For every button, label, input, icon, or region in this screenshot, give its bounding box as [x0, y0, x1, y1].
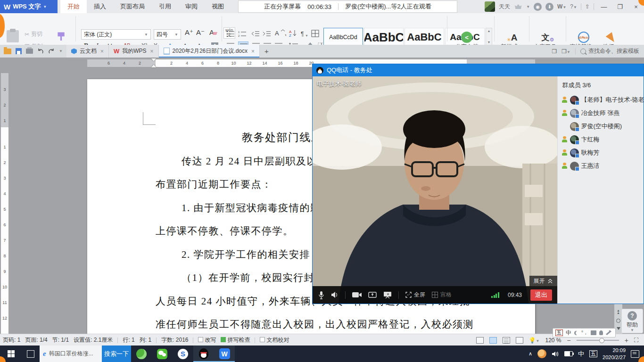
proofread-toggle[interactable]: 文档校对: [260, 336, 289, 344]
fullscreen-view-icon[interactable]: [476, 337, 484, 344]
ime-cn-icon[interactable]: 中: [566, 329, 571, 337]
shrink-font-button[interactable]: A⁻: [196, 28, 205, 37]
decrease-indent-icon[interactable]: [251, 30, 260, 37]
overwrite-toggle[interactable]: 改写: [198, 336, 216, 344]
paste-icon[interactable]: [7, 30, 19, 42]
tab-my-wps[interactable]: W 我的WPS ×: [109, 45, 159, 58]
membership-crown-icon[interactable]: [514, 3, 522, 10]
restore-button[interactable]: ❐: [614, 2, 626, 11]
bullet-list-icon[interactable]: [226, 30, 235, 37]
member-row[interactable]: 卞红梅: [558, 133, 644, 146]
font-name-select[interactable]: 宋体 (正文)▼: [81, 29, 151, 40]
collapse-icon[interactable]: ▼: [622, 329, 643, 332]
char-scale-icon[interactable]: A▼: [275, 29, 286, 36]
zoom-slider-thumb[interactable]: [599, 338, 604, 343]
upload-icon[interactable]: ⇧: [585, 3, 590, 10]
new-tab-button[interactable]: +: [260, 47, 273, 55]
ime-settings-icon[interactable]: [606, 330, 611, 335]
fullscreen-button[interactable]: 全屏: [405, 291, 425, 299]
split-view-icon[interactable]: ❒: [552, 48, 557, 55]
grid-view-button[interactable]: 宫格: [432, 291, 452, 299]
sort-icon[interactable]: AZ: [289, 29, 297, 36]
menu-tab[interactable]: 审阅: [178, 0, 205, 13]
scroll-down-icon[interactable]: [617, 327, 620, 330]
camera-button[interactable]: [352, 292, 362, 298]
cloud-sync-icon[interactable]: ⬇: [545, 3, 553, 11]
user-avatar[interactable]: [485, 1, 495, 12]
wps-logo[interactable]: W WPS 文字 ▼: [0, 0, 58, 13]
taskbar-app-qq[interactable]: [193, 346, 214, 362]
member-row[interactable]: 耿梅芳: [558, 146, 644, 159]
member-row[interactable]: 冶金技师 张燕: [558, 107, 644, 120]
ime-toolbar[interactable]: 五 中 °，: [553, 328, 616, 337]
spellcheck-toggle[interactable]: 拼写检查: [221, 336, 250, 344]
web-view-icon[interactable]: [516, 337, 523, 344]
menu-tab[interactable]: 插入: [87, 0, 113, 13]
action-center-icon[interactable]: [631, 350, 639, 358]
page-view-icon[interactable]: [489, 337, 497, 344]
previous-page-icon[interactable]: ▲▲: [617, 309, 620, 314]
outline-view-icon[interactable]: [503, 337, 510, 344]
ime-mode-indicator[interactable]: 中: [578, 350, 584, 358]
taskbar-app-wps[interactable]: W: [214, 346, 235, 362]
user-name[interactable]: 天天: [499, 3, 510, 11]
close-icon[interactable]: ×: [100, 48, 104, 55]
menu-tab[interactable]: 引用: [152, 0, 178, 13]
arrange-icon[interactable]: ❒▼: [561, 48, 570, 55]
ime-wubi-icon[interactable]: 五: [555, 329, 563, 336]
taskbar-app-wechat[interactable]: [152, 346, 173, 362]
font-size-select[interactable]: 四号▼: [154, 29, 181, 40]
select-browse-object-icon[interactable]: [616, 319, 620, 323]
page-of[interactable]: 页面: 1/4: [25, 336, 47, 344]
command-search[interactable]: 查找命令、搜索模板: [580, 47, 639, 55]
open-file-icon[interactable]: [4, 49, 11, 54]
close-icon[interactable]: ×: [150, 48, 154, 55]
grow-font-button[interactable]: A⁺: [185, 28, 193, 37]
zoom-level[interactable]: 120 %: [545, 337, 561, 344]
search-go-button[interactable]: 搜索一下: [102, 346, 131, 362]
section[interactable]: 节: 1/1: [52, 336, 69, 344]
clear-format-button[interactable]: A: [209, 28, 217, 36]
help-icon[interactable]: ?▼: [570, 3, 577, 10]
word-count[interactable]: 字数: 2016: [161, 336, 188, 344]
speaker-button[interactable]: [331, 291, 339, 298]
chevron-down-icon[interactable]: ▼: [59, 49, 63, 53]
taskbar-search[interactable]: e 韩国口罩价格涨... 搜索一下: [40, 346, 131, 362]
show-marks-icon[interactable]: ¶▼: [300, 30, 309, 37]
volume-icon[interactable]: [552, 351, 559, 357]
document-line[interactable]: 准任何师生员工不得随意出入校园，出入校园严格登记，入校必须测: [156, 314, 474, 334]
redo-icon[interactable]: [48, 48, 55, 54]
numbered-list-icon[interactable]: 12: [238, 30, 247, 37]
ime-halfwidth-icon[interactable]: [574, 331, 578, 335]
cut-button[interactable]: ✂ 剪切: [25, 30, 42, 38]
microphone-button[interactable]: [318, 291, 324, 299]
battery-icon[interactable]: [564, 351, 573, 356]
undo-icon[interactable]: [37, 48, 44, 54]
qq-call-titlebar[interactable]: QQ电话 - 教务处: [313, 64, 644, 76]
wps-account-icon[interactable]: W▼: [557, 3, 566, 10]
hidden-icons-chevron[interactable]: ∧: [528, 351, 532, 357]
margin-setting[interactable]: 设置值: 2.1厘米: [74, 336, 113, 344]
minimize-button[interactable]: —: [598, 2, 610, 11]
print-icon[interactable]: [26, 49, 33, 54]
menu-tab[interactable]: 页面布局: [113, 0, 152, 13]
tab-document[interactable]: 2020年2月26日部门会议.docx ×: [159, 45, 260, 58]
ime-wubi-indicator[interactable]: 五: [589, 350, 597, 357]
clock[interactable]: 20:09 2020/2/27: [603, 347, 626, 361]
increase-indent-icon[interactable]: [263, 30, 271, 37]
member-row[interactable]: 王惠洁: [558, 159, 644, 173]
taskbar-app-sogou[interactable]: S: [173, 346, 193, 362]
video-feed[interactable]: 电子技术-骆老师 展开 全屏: [313, 76, 557, 304]
tab-cloud-docs[interactable]: 云文档 ×: [66, 45, 109, 58]
ime-keyboard-icon[interactable]: [591, 330, 596, 335]
chevron-down-icon[interactable]: ▼: [526, 5, 530, 9]
member-row[interactable]: 罗俊(空中楼阁): [558, 120, 644, 133]
ime-punct-icon[interactable]: °，: [581, 329, 588, 336]
page-number[interactable]: 页码: 1: [3, 336, 20, 344]
zoom-slider[interactable]: [577, 340, 619, 341]
zoom-in-button[interactable]: +: [625, 337, 628, 344]
close-icon[interactable]: ×: [251, 48, 255, 55]
exit-call-button[interactable]: 退出: [530, 289, 552, 301]
ime-person-icon[interactable]: [599, 330, 603, 335]
qq-call-window[interactable]: QQ电话 - 教务处: [312, 64, 644, 304]
